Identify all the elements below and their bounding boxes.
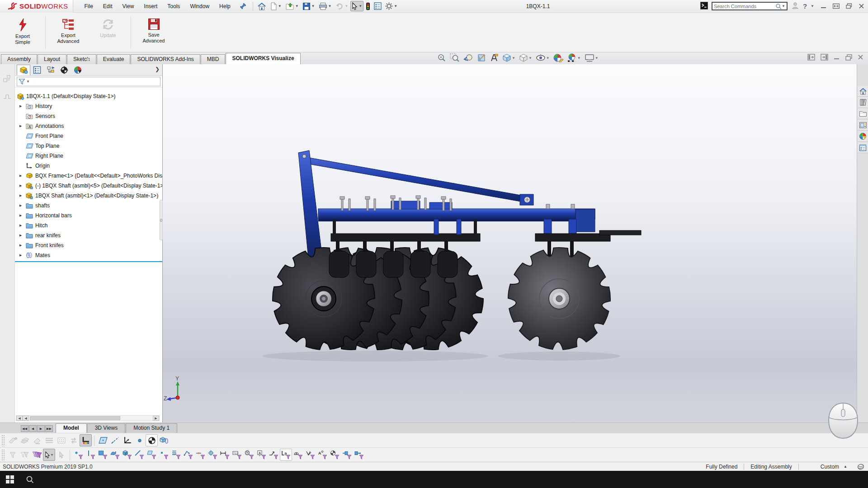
new-document-icon[interactable]: ▼: [269, 1, 283, 12]
toggle-filter-toolbar-button[interactable]: [31, 449, 43, 461]
scrollbar-thumb[interactable]: [30, 416, 120, 420]
previous-view-icon[interactable]: [462, 53, 474, 62]
tab-feature-tree[interactable]: [17, 65, 30, 75]
rebuild-traffic-light-icon[interactable]: [364, 1, 372, 12]
panel-vertical-splitter[interactable]: [160, 200, 163, 240]
filter-routing-points-icon[interactable]: [353, 449, 365, 461]
filter-solid-bodies-icon[interactable]: [121, 449, 133, 461]
tree-item-origin[interactable]: Origin: [15, 161, 162, 171]
pane-left-icon[interactable]: [807, 54, 815, 62]
expand-arrow-icon[interactable]: ▶: [19, 234, 26, 237]
filter-balloons-icon[interactable]: A: [255, 449, 268, 461]
tree-item-front[interactable]: Front Plane: [15, 131, 162, 141]
reference-plane-button[interactable]: [97, 434, 109, 446]
start-button[interactable]: [0, 471, 20, 488]
model-tab-3d-views[interactable]: 3D Views: [87, 423, 125, 433]
menu-window[interactable]: Window: [185, 1, 214, 12]
tab-prev-button[interactable]: ◀: [29, 425, 37, 432]
task-pane-home-icon[interactable]: [858, 86, 868, 97]
taskbar-search-icon[interactable]: [20, 471, 40, 488]
menu-file[interactable]: File: [80, 1, 98, 12]
tab-configurations[interactable]: [44, 65, 57, 75]
filter-surface-finish-icon[interactable]: [304, 449, 316, 461]
tree-item-shafts[interactable]: ▶shafts: [15, 201, 162, 211]
filter-axes-icon[interactable]: [133, 449, 146, 461]
tab-sketch[interactable]: Sketch: [67, 54, 96, 64]
expand-arrow-icon[interactable]: ▶: [19, 253, 26, 257]
save-advanced-button[interactable]: SaveAdvanced: [134, 15, 174, 49]
center-of-mass-button[interactable]: [146, 434, 158, 446]
model-tab-model[interactable]: Model: [56, 423, 87, 433]
help-dropdown-caret[interactable]: ▼: [811, 4, 814, 8]
filter-dimensions-icon[interactable]: [219, 449, 231, 461]
dynamic-annotation-views-icon[interactable]: [489, 53, 500, 62]
filter-notes-icon[interactable]: N: [243, 449, 255, 461]
tab-first-button[interactable]: ◀◀: [21, 425, 28, 432]
design-library-icon[interactable]: [858, 97, 868, 108]
pin-icon[interactable]: [239, 3, 246, 10]
maximize-restore-icon[interactable]: [833, 3, 840, 9]
tab-layout[interactable]: Layout: [38, 54, 66, 64]
help-icon[interactable]: ?: [803, 2, 807, 10]
expand-arrow-icon[interactable]: ▶: [19, 244, 26, 247]
expand-arrow-icon[interactable]: ▶: [19, 194, 26, 197]
expand-arrow-icon[interactable]: ▶: [19, 104, 26, 108]
filter-datums-icon[interactable]: [280, 449, 292, 461]
graphics-area[interactable]: Y Z: [163, 64, 857, 422]
login-user-icon[interactable]: [791, 1, 799, 11]
filter-hole-callouts-icon[interactable]: 0.3: [231, 449, 243, 461]
filter-planes-icon[interactable]: [146, 449, 158, 461]
close-icon[interactable]: [859, 3, 864, 9]
cascade-windows-icon[interactable]: [846, 3, 852, 9]
section-view-icon[interactable]: [476, 53, 487, 62]
expand-arrow-icon[interactable]: ▶: [19, 224, 26, 227]
tab-assembly[interactable]: Assembly: [1, 54, 37, 64]
tree-item-[interactable]: ▶(-) 1BQX Shaft (asmbl)<5> (Default<Disp…: [15, 181, 162, 191]
coordinate-system-button[interactable]: [121, 434, 133, 446]
display-style-icon[interactable]: ▼: [518, 53, 533, 62]
globe-icon[interactable]: [854, 462, 868, 471]
save-icon[interactable]: ▼: [301, 1, 316, 12]
file-explorer-icon[interactable]: [858, 108, 868, 119]
expand-arrow-icon[interactable]: ▶: [19, 184, 26, 188]
tree-item-annotations[interactable]: ▶AAnnotations: [15, 121, 162, 131]
tree-item-horizontal[interactable]: ▶Horizontal bars: [15, 211, 162, 221]
filter-edges-icon[interactable]: [85, 449, 97, 461]
minimize-icon[interactable]: [821, 3, 826, 9]
zoom-to-area-icon[interactable]: [449, 53, 461, 62]
command-console-icon[interactable]: [700, 2, 708, 11]
search-icon[interactable]: [775, 3, 782, 9]
toolbar-grip[interactable]: [1, 435, 5, 446]
menu-help[interactable]: Help: [214, 1, 236, 12]
filter-vertices-icon[interactable]: [72, 449, 85, 461]
model-tab-motion-study-1[interactable]: Motion Study 1: [126, 423, 177, 433]
scroll-left-arrow2[interactable]: ◀: [23, 416, 29, 421]
minimize-doc-icon[interactable]: [834, 54, 840, 61]
tab-display-manager[interactable]: [71, 65, 85, 75]
export-simple-button[interactable]: ExportSimple: [3, 15, 42, 49]
close-doc-icon[interactable]: [858, 54, 863, 61]
select-tool-button[interactable]: ▼: [43, 449, 55, 461]
tree-item-1bqx[interactable]: ▶1BQX Shaft (asmbl)<1> (Default<Display …: [15, 191, 162, 201]
toolbar-grip[interactable]: [1, 449, 5, 461]
panel-splitter-dot[interactable]: [86, 58, 90, 61]
zoom-to-fit-icon[interactable]: [436, 53, 447, 62]
tab-next-button[interactable]: ▶: [37, 425, 45, 432]
tree-item-hitch[interactable]: ▶Hitch: [15, 221, 162, 230]
tree-horizontal-scrollbar[interactable]: ◀ ◀ ▶: [16, 415, 160, 421]
tab-mbd[interactable]: MBD: [201, 54, 226, 64]
tab-last-button[interactable]: ▶▶: [45, 425, 53, 432]
tree-item-mates[interactable]: ▶Mates: [15, 250, 162, 260]
menu-edit[interactable]: Edit: [98, 1, 118, 12]
hide-show-items-icon[interactable]: ▼: [535, 54, 551, 62]
tree-filter-input[interactable]: ▼: [17, 77, 160, 86]
expand-arrow-icon[interactable]: ▶: [19, 174, 26, 178]
filter-surface-bodies-icon[interactable]: [109, 449, 121, 461]
filter-connection-points-icon[interactable]: [341, 449, 353, 461]
scroll-right-arrow[interactable]: ▶: [153, 416, 159, 421]
scroll-left-arrow[interactable]: ◀: [16, 416, 23, 421]
tab-property-manager[interactable]: [30, 65, 44, 75]
tree-item-top[interactable]: Top Plane: [15, 141, 162, 151]
filter-sketches-icon[interactable]: [170, 449, 182, 461]
tree-item-1bqx11[interactable]: 1BQX-1.1 (Default<Display State-1>): [15, 91, 162, 101]
